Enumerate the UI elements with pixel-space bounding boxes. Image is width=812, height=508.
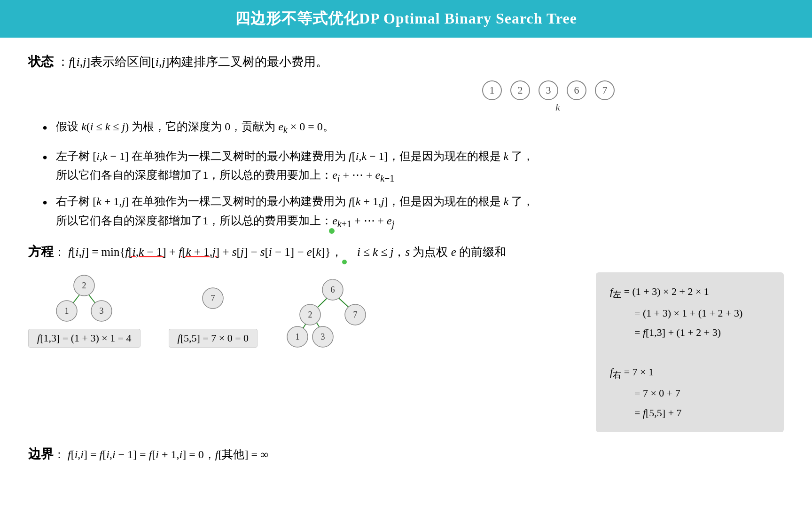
right-panel-line-6: = f[5,5] + 7 <box>610 403 770 423</box>
bullet-item-2: • 左子树 [i,k − 1] 在单独作为一棵二叉树时的最小构建费用为 f[i,… <box>42 147 784 187</box>
right-panel-line-3: = f[1,3] + (1 + 2 + 3) <box>610 323 770 342</box>
state-text: ：f[i,j]表示给区间[i,j]构建排序二叉树的最小费用。 <box>57 55 328 69</box>
bullet-dot-3: • <box>42 190 47 215</box>
bullet-item-1: • 假设 k(i ≤ k ≤ j) 为根，它的深度为 0，贡献为 ek × 0 … <box>42 117 784 141</box>
tree-block-3: 6 2 7 1 3 <box>286 279 370 348</box>
circle-2: 2 <box>510 80 530 100</box>
bullet-text-1: 假设 k(i ≤ k ≤ j) 为根，它的深度为 0，贡献为 ek × 0 = … <box>56 117 784 138</box>
bullet-list: • 假设 k(i ≤ k ≤ j) 为根，它的深度为 0，贡献为 ek × 0 … <box>42 117 784 232</box>
right-panel-line-2: = (1 + 3) × 1 + (1 + 2 + 3) <box>610 303 770 323</box>
state-description: 状态 ：f[i,j]表示给区间[i,j]构建排序二叉树的最小费用。 <box>28 52 784 72</box>
formula-box-1: f[1,3] = (1 + 3) × 1 = 4 <box>28 329 141 348</box>
circle-6: 6 <box>567 80 586 100</box>
circle-1: 1 <box>482 80 502 100</box>
trees-area: 2 1 3 f[1,3] = (1 + 3) × 1 = 4 7 <box>28 272 577 348</box>
tree-svg-1: 2 1 3 <box>54 272 115 324</box>
formula-box-2: f[5,5] = 7 × 0 = 0 <box>169 329 258 348</box>
svg-text:2: 2 <box>82 281 86 290</box>
svg-text:3: 3 <box>100 306 104 316</box>
bullet-text-2: 左子树 [i,k − 1] 在单独作为一棵二叉树时的最小构建费用为 f[i,k … <box>56 147 784 187</box>
right-panel-line-5: = 7 × 0 + 7 <box>610 383 770 403</box>
svg-text:2: 2 <box>308 310 312 319</box>
tree-svg-3: 6 2 7 1 3 <box>286 279 370 348</box>
svg-text:1: 1 <box>296 332 300 341</box>
right-panel-line-4: f右 = 7 × 1 <box>610 362 770 383</box>
equation-label: 方程 <box>28 245 54 259</box>
svg-text:7: 7 <box>353 310 358 319</box>
bullet-dot-1: • <box>42 115 47 141</box>
boundary-line: 边界： f[i,i] = f[i,i − 1] = f[i + 1,i] = 0… <box>28 445 784 462</box>
right-panel-line-1: f左 = (1 + 3) × 2 + 2 × 1 <box>610 282 770 303</box>
tree-block-1: 2 1 3 f[1,3] = (1 + 3) × 1 = 4 <box>28 272 141 348</box>
circle-7: 7 <box>595 80 615 100</box>
bullet-text-3: 右子树 [k + 1,j] 在单独作为一棵二叉树时的最小构建费用为 f[k + … <box>56 192 784 232</box>
svg-text:7: 7 <box>211 294 215 303</box>
tree-block-2: 7 f[5,5] = 7 × 0 = 0 <box>169 272 258 348</box>
bullet-dot-2: • <box>42 145 47 170</box>
page-title: 四边形不等式优化DP Optimal Binary Search Tree <box>0 0 812 38</box>
boundary-label: 边界 <box>28 447 54 461</box>
svg-text:3: 3 <box>321 332 325 341</box>
svg-text:6: 6 <box>331 285 335 294</box>
green-indicator-dot <box>329 228 335 234</box>
circle-3: 3 <box>539 80 558 100</box>
bottom-section: 2 1 3 f[1,3] = (1 + 3) × 1 = 4 7 <box>28 272 784 432</box>
k-variable-label: k <box>555 101 560 113</box>
k-circle-numbers: 1 2 3 6 7 <box>482 80 615 100</box>
right-panel: f左 = (1 + 3) × 2 + 2 × 1 = (1 + 3) × 1 +… <box>596 272 784 432</box>
svg-text:1: 1 <box>65 306 69 316</box>
equation-line: 方程： f[i,j] = min{f[i,k − 1] + f[k + 1,j]… <box>28 240 784 263</box>
title-text: 四边形不等式优化DP Optimal Binary Search Tree <box>235 10 577 27</box>
tree-svg-2: 7 <box>192 272 234 324</box>
state-label: 状态 <box>28 55 54 69</box>
bullet-item-3: • 右子树 [k + 1,j] 在单独作为一棵二叉树时的最小构建费用为 f[k … <box>42 192 784 232</box>
